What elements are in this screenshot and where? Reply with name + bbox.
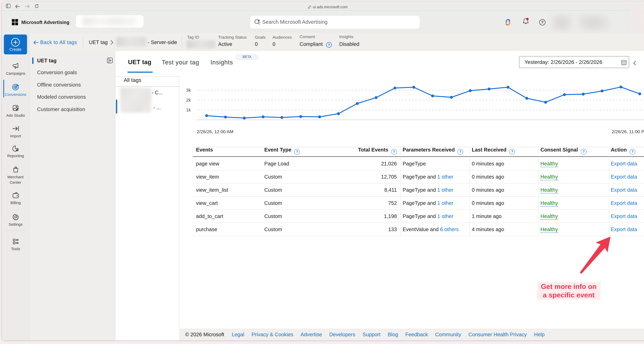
- svg-text:2/26/26, 12:00 AM: 2/26/26, 12:00 AM: [197, 129, 234, 134]
- svg-text:3k: 3k: [186, 88, 191, 93]
- svg-text:1k: 1k: [186, 107, 191, 112]
- svg-text:?: ?: [328, 43, 330, 47]
- svg-text:2/26/26, 11:00 PM: 2/26/26, 11:00 PM: [612, 129, 644, 134]
- svg-text:2k: 2k: [186, 98, 191, 102]
- svg-text:?: ?: [541, 20, 544, 24]
